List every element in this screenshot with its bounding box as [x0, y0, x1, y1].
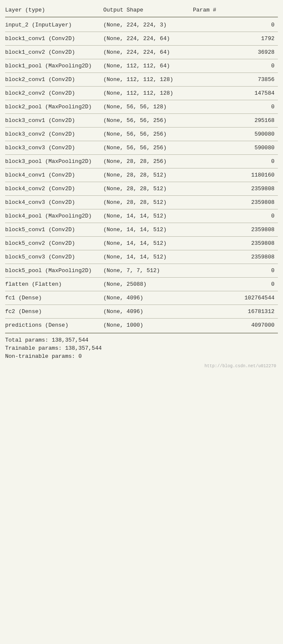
table-row: block3_conv3 (Conv2D)(None, 56, 56, 256)… — [5, 141, 278, 154]
cell-shape: (None, 14, 14, 512) — [103, 240, 193, 247]
header-param: Param # — [193, 7, 278, 13]
cell-shape: (None, 28, 28, 512) — [103, 172, 193, 178]
top-double-divider — [5, 17, 278, 17]
table-row: input_2 (InputLayer)(None, 224, 224, 3)0 — [5, 18, 278, 32]
cell-param: 0 — [193, 63, 278, 69]
cell-param: 295168 — [193, 117, 278, 124]
table-row: block5_conv1 (Conv2D)(None, 14, 14, 512)… — [5, 223, 278, 236]
table-row: block3_conv1 (Conv2D)(None, 56, 56, 256)… — [5, 114, 278, 127]
cell-shape: (None, 28, 28, 256) — [103, 158, 193, 165]
cell-param: 1792 — [193, 35, 278, 42]
cell-shape: (None, 224, 224, 64) — [103, 35, 193, 42]
cell-shape: (None, 4096) — [103, 295, 193, 301]
table-row: block2_conv2 (Conv2D)(None, 112, 112, 12… — [5, 87, 278, 100]
cell-shape: (None, 112, 112, 128) — [103, 76, 193, 83]
cell-shape: (None, 56, 56, 256) — [103, 131, 193, 137]
cell-param: 0 — [193, 267, 278, 274]
cell-layer: flatten (Flatten) — [5, 281, 103, 287]
cell-layer: block1_conv1 (Conv2D) — [5, 35, 103, 42]
cell-param: 1180160 — [193, 172, 278, 178]
table-row: block2_pool (MaxPooling2D)(None, 56, 56,… — [5, 100, 278, 113]
table-row: block1_pool (MaxPooling2D)(None, 112, 11… — [5, 59, 278, 73]
cell-param: 0 — [193, 213, 278, 219]
footer-section: Total params: 138,357,544 Trainable para… — [5, 334, 278, 362]
table-row: flatten (Flatten)(None, 25088)0 — [5, 278, 278, 291]
cell-layer: block3_pool (MaxPooling2D) — [5, 158, 103, 165]
table-row: block5_conv2 (Conv2D)(None, 14, 14, 512)… — [5, 237, 278, 250]
cell-shape: (None, 14, 14, 512) — [103, 254, 193, 260]
cell-shape: (None, 112, 112, 64) — [103, 63, 193, 69]
table-header: Layer (type) Output Shape Param # — [5, 4, 278, 16]
table-row: block3_conv2 (Conv2D)(None, 56, 56, 256)… — [5, 128, 278, 141]
cell-param: 36928 — [193, 49, 278, 55]
trainable-params: Trainable params: 138,357,544 — [5, 344, 278, 352]
cell-shape: (None, 4096) — [103, 308, 193, 315]
cell-shape: (None, 28, 28, 512) — [103, 186, 193, 192]
cell-layer: block5_conv3 (Conv2D) — [5, 254, 103, 260]
table-body: input_2 (InputLayer)(None, 224, 224, 3)0… — [5, 18, 278, 332]
cell-layer: block5_conv1 (Conv2D) — [5, 226, 103, 233]
cell-shape: (None, 14, 14, 512) — [103, 226, 193, 233]
cell-layer: block2_conv1 (Conv2D) — [5, 76, 103, 83]
cell-shape: (None, 224, 224, 64) — [103, 49, 193, 55]
table-row: block1_conv2 (Conv2D)(None, 224, 224, 64… — [5, 46, 278, 59]
cell-layer: fc1 (Dense) — [5, 295, 103, 301]
table-row: fc1 (Dense)(None, 4096)102764544 — [5, 291, 278, 305]
cell-layer: block3_conv3 (Conv2D) — [5, 145, 103, 151]
cell-layer: block1_pool (MaxPooling2D) — [5, 63, 103, 69]
model-summary-container: Layer (type) Output Shape Param # input_… — [0, 0, 283, 375]
cell-param: 16781312 — [193, 308, 278, 315]
cell-param: 73856 — [193, 76, 278, 83]
cell-param: 590080 — [193, 131, 278, 137]
cell-param: 102764544 — [193, 295, 278, 301]
cell-param: 0 — [193, 104, 278, 110]
cell-shape: (None, 224, 224, 3) — [103, 22, 193, 28]
table-row: block4_conv2 (Conv2D)(None, 28, 28, 512)… — [5, 182, 278, 195]
cell-shape: (None, 25088) — [103, 281, 193, 287]
header-layer: Layer (type) — [5, 7, 103, 13]
cell-shape: (None, 56, 56, 256) — [103, 145, 193, 151]
table-row: block5_pool (MaxPooling2D)(None, 7, 7, 5… — [5, 264, 278, 277]
table-row: block4_pool (MaxPooling2D)(None, 14, 14,… — [5, 209, 278, 223]
header-shape: Output Shape — [103, 7, 193, 13]
cell-layer: block4_conv3 (Conv2D) — [5, 199, 103, 206]
cell-layer: block1_conv2 (Conv2D) — [5, 49, 103, 55]
cell-shape: (None, 56, 56, 256) — [103, 117, 193, 124]
cell-param: 0 — [193, 158, 278, 165]
cell-shape: (None, 14, 14, 512) — [103, 213, 193, 219]
cell-layer: block5_conv2 (Conv2D) — [5, 240, 103, 247]
cell-layer: block4_conv2 (Conv2D) — [5, 186, 103, 192]
table-row: block4_conv3 (Conv2D)(None, 28, 28, 512)… — [5, 196, 278, 209]
table-row: predictions (Dense)(None, 1000)4097000 — [5, 319, 278, 332]
cell-layer: fc2 (Dense) — [5, 308, 103, 315]
cell-layer: input_2 (InputLayer) — [5, 22, 103, 28]
cell-layer: block2_conv2 (Conv2D) — [5, 90, 103, 96]
table-row: block5_conv3 (Conv2D)(None, 14, 14, 512)… — [5, 250, 278, 264]
total-params: Total params: 138,357,544 — [5, 336, 278, 344]
table-row: block2_conv1 (Conv2D)(None, 112, 112, 12… — [5, 73, 278, 86]
cell-param: 147584 — [193, 90, 278, 96]
cell-param: 2359808 — [193, 199, 278, 206]
cell-shape: (None, 28, 28, 512) — [103, 199, 193, 206]
cell-param: 2359808 — [193, 186, 278, 192]
cell-param: 4097000 — [193, 322, 278, 328]
cell-layer: block3_conv1 (Conv2D) — [5, 117, 103, 124]
cell-param: 0 — [193, 281, 278, 287]
cell-param: 2359808 — [193, 240, 278, 247]
cell-shape: (None, 56, 56, 128) — [103, 104, 193, 110]
table-row: block4_conv1 (Conv2D)(None, 28, 28, 512)… — [5, 168, 278, 182]
cell-layer: block5_pool (MaxPooling2D) — [5, 267, 103, 274]
cell-layer: block3_conv2 (Conv2D) — [5, 131, 103, 137]
table-row: fc2 (Dense)(None, 4096)16781312 — [5, 305, 278, 318]
cell-param: 0 — [193, 22, 278, 28]
cell-layer: block4_conv1 (Conv2D) — [5, 172, 103, 178]
cell-shape: (None, 1000) — [103, 322, 193, 328]
cell-param: 2359808 — [193, 254, 278, 260]
cell-layer: block2_pool (MaxPooling2D) — [5, 104, 103, 110]
watermark: http://blog.csdn.net/u012270 — [5, 362, 278, 368]
cell-shape: (None, 7, 7, 512) — [103, 267, 193, 274]
bottom-double-divider — [5, 333, 278, 334]
cell-param: 2359808 — [193, 226, 278, 233]
cell-param: 590080 — [193, 145, 278, 151]
cell-shape: (None, 112, 112, 128) — [103, 90, 193, 96]
